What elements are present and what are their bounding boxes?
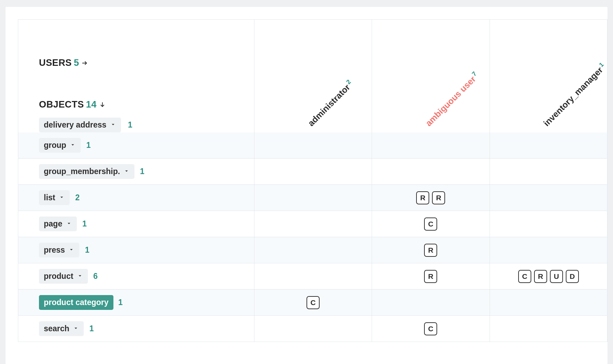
object-label-cell: product category1 [18,290,254,316]
object-label-cell: product6 [18,263,254,290]
object-chip-label: group [44,141,66,150]
object-row: group1 [18,132,607,159]
users-count: 5 [74,58,79,68]
permission-cell[interactable]: R [372,263,490,290]
objects-section-header[interactable]: OBJECTS 14 [39,99,106,110]
object-label-cell: page1 [18,211,254,237]
column-header-label[interactable]: inventory_manager1 [541,62,608,128]
object-count: 1 [86,141,91,150]
permission-cell[interactable] [372,290,490,316]
column-header: administrator2 [254,20,372,133]
object-chip-label: group_membership. [44,167,120,176]
permission-badge[interactable]: C [306,296,320,309]
object-chip-label: product category [44,298,109,307]
permission-badge[interactable]: R [432,191,445,204]
object-chip-label: press [44,245,65,255]
permission-cell[interactable]: C [372,316,490,342]
chevron-down-icon [70,141,76,150]
permission-cell[interactable] [254,159,372,185]
object-chip[interactable]: search [39,321,84,336]
object-chip[interactable]: product [39,269,88,284]
object-label-cell: list2 [18,185,254,211]
object-chip[interactable]: press [39,243,79,257]
permission-badge[interactable]: R [424,244,437,257]
permission-badge[interactable]: C [424,218,437,231]
column-header: inventory_manager1 [490,20,607,133]
object-label-cell: group_membership.1 [18,159,254,185]
users-label: USERS [39,58,72,68]
permission-cell[interactable] [490,185,607,211]
column-header: ambiguous user7 [372,20,490,133]
object-chip-label: search [44,324,69,333]
object-row: page1C [18,211,607,237]
permission-cell[interactable] [490,132,607,159]
object-row: press1R [18,237,607,263]
permission-cell[interactable] [254,263,372,290]
chevron-down-icon [110,120,116,130]
column-header-label[interactable]: administrator2 [306,79,355,128]
permission-cell[interactable]: CRUD [490,263,607,290]
permission-badge[interactable]: C [518,270,531,283]
permission-badge[interactable]: R [424,270,437,283]
permission-cell[interactable] [490,159,607,185]
permission-badge[interactable]: U [550,270,563,283]
object-chip-label: delivery address [44,120,107,130]
chevron-down-icon [68,245,74,255]
permission-cell[interactable] [254,211,372,237]
object-chip-label: product [44,272,73,281]
chevron-down-icon [66,219,72,229]
arrow-right-icon [81,59,89,67]
header-left-cell: USERS 5 OBJECTS 14 [18,20,254,133]
object-row: search1C [18,316,607,342]
permission-cell[interactable] [490,290,607,316]
object-chip[interactable]: list [39,190,70,205]
chevron-down-icon [123,167,130,176]
permission-badge[interactable]: R [534,270,547,283]
object-chip[interactable]: product category [39,295,113,310]
object-count: 6 [93,272,98,281]
permission-cell[interactable] [254,316,372,342]
object-chip[interactable]: group_membership. [39,164,134,179]
objects-label: OBJECTS [39,99,84,110]
object-count: 1 [128,120,132,129]
object-chip[interactable]: delivery address [39,118,121,132]
object-count: 1 [140,167,144,176]
object-count: 1 [118,298,123,307]
object-count: 1 [89,324,94,333]
permission-cell[interactable] [490,237,607,263]
object-row: product category1C [18,290,607,316]
permission-cell[interactable] [254,132,372,159]
permission-matrix: USERS 5 OBJECTS 14 [18,19,607,342]
object-row: list2RR [18,185,607,211]
chevron-down-icon [73,324,79,333]
object-label-cell: group1 [18,132,254,159]
object-chip[interactable]: group [39,138,81,153]
chevron-down-icon [77,272,83,281]
column-header-label[interactable]: ambiguous user7 [424,71,481,128]
permission-cell[interactable] [490,316,607,342]
permission-badge[interactable]: D [566,270,579,283]
permission-cell[interactable] [372,132,490,159]
object-count: 2 [75,193,80,202]
object-count: 1 [85,245,89,254]
users-section-header[interactable]: USERS 5 [39,58,89,68]
objects-count: 14 [86,99,97,110]
permission-cell[interactable] [254,237,372,263]
permission-cell[interactable]: C [372,211,490,237]
arrow-down-icon [99,101,106,109]
object-chip[interactable]: page [39,216,77,231]
permission-cell[interactable] [372,159,490,185]
permission-cell[interactable]: R [372,237,490,263]
permission-badge[interactable]: R [416,191,429,204]
object-count: 1 [82,219,87,228]
permission-cell[interactable]: C [254,290,372,316]
object-chip-label: list [44,193,55,202]
permission-badge[interactable]: C [424,322,437,335]
permission-cell[interactable] [254,185,372,211]
chevron-down-icon [59,193,65,202]
object-chip-label: page [44,219,62,229]
object-label-cell: search1 [18,316,254,342]
permission-cell[interactable] [490,211,607,237]
permission-cell[interactable]: RR [372,185,490,211]
object-row: group_membership.1 [18,159,607,185]
